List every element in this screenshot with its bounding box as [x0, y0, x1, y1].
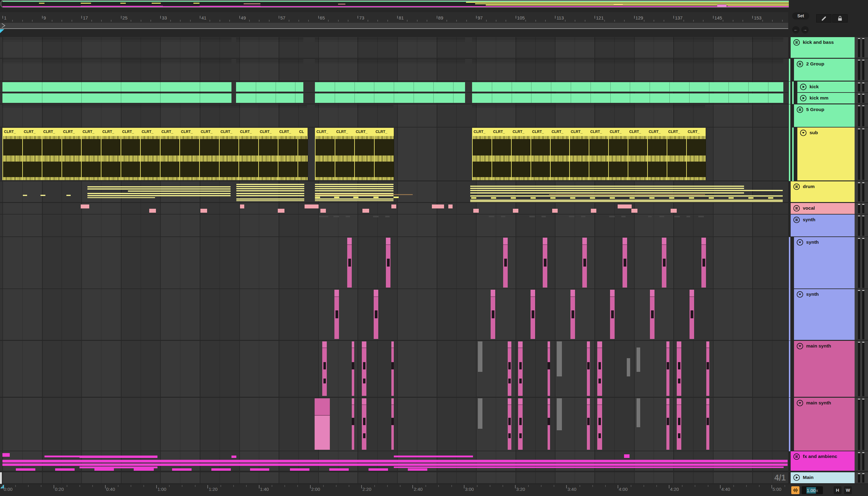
- insert-marker-icon[interactable]: [0, 29, 4, 33]
- audio-clip-green[interactable]: [472, 82, 783, 92]
- clip-vocal[interactable]: [200, 209, 207, 213]
- audio-clip-sub[interactable]: CLRT_: [569, 128, 589, 180]
- clip-vocal[interactable]: [432, 204, 444, 208]
- track-header-main-14[interactable]: Main: [791, 472, 855, 483]
- track-header-synth-9[interactable]: synth: [794, 237, 855, 289]
- unfold-track-icon[interactable]: [796, 291, 804, 298]
- clip-fx[interactable]: [290, 468, 310, 471]
- clip-fx[interactable]: [211, 468, 231, 471]
- midi-clip-drum[interactable]: [236, 200, 304, 201]
- midi-clip-drum[interactable]: [315, 194, 413, 195]
- clip-fx[interactable]: [408, 468, 427, 471]
- audio-clip-green[interactable]: [2, 93, 231, 103]
- next-locator-button[interactable]: →: [801, 26, 809, 33]
- lane-vocal-7[interactable]: [0, 203, 788, 214]
- lane-kick-2[interactable]: [0, 81, 788, 92]
- midi-clip-drum[interactable]: [748, 197, 753, 199]
- audio-clip-sub[interactable]: CLRT_: [315, 128, 335, 180]
- audio-clip-sub[interactable]: CLRT_: [2, 128, 23, 180]
- midi-clip-drum[interactable]: [470, 195, 783, 197]
- audio-clip-green[interactable]: [2, 82, 231, 92]
- midi-clip-drum[interactable]: [66, 195, 71, 196]
- lane-synth-10[interactable]: [0, 289, 788, 340]
- clip-fx[interactable]: [172, 468, 192, 471]
- clip-synth-bar[interactable]: [701, 238, 706, 288]
- clip-synth-bar[interactable]: [374, 290, 378, 339]
- audio-clip-sub[interactable]: CLRT_: [81, 128, 101, 180]
- clip-muted-gray[interactable]: [557, 341, 562, 376]
- clip-muted-gray[interactable]: [478, 341, 482, 372]
- clip-muted-gray[interactable]: [478, 398, 482, 429]
- lane-fx-and-ambienc-13[interactable]: [0, 451, 788, 471]
- lane-main-synth-12[interactable]: [0, 398, 788, 451]
- audio-clip-sub[interactable]: CLRT_: [589, 128, 609, 180]
- track-header-drum-6[interactable]: drum: [791, 181, 855, 202]
- group-fold-icon[interactable]: [793, 453, 800, 460]
- midi-clip-drum[interactable]: [570, 197, 575, 199]
- clip-synth-bar[interactable]: [386, 238, 390, 288]
- clip-vocal[interactable]: [448, 204, 452, 208]
- clip-main-synth-bar[interactable]: [508, 398, 511, 450]
- audio-clip-sub[interactable]: CLRT_: [22, 128, 42, 180]
- clip-synth-bar[interactable]: [623, 238, 627, 288]
- lane-synth-9[interactable]: [0, 237, 788, 289]
- audio-clip-sub[interactable]: CLRT_: [374, 128, 394, 180]
- midi-clip-drum[interactable]: [87, 195, 230, 196]
- draw-mode-button[interactable]: [816, 14, 832, 22]
- clip-vocal[interactable]: [513, 209, 518, 213]
- clip-main-synth-bar[interactable]: [587, 341, 590, 396]
- audio-clip-sub[interactable]: CLRT_: [530, 128, 550, 180]
- clip-main-synth-bar[interactable]: [597, 341, 602, 396]
- bar-ruler[interactable]: 1917253341495765738189971051131211291371…: [0, 12, 788, 23]
- midi-clip-drum[interactable]: [590, 197, 595, 199]
- midi-clip-drum[interactable]: [128, 190, 230, 192]
- clip-main-synth-bar[interactable]: [667, 398, 670, 450]
- clip-synth-bar[interactable]: [610, 290, 615, 339]
- clip-fx[interactable]: [369, 468, 388, 471]
- track-header-2-group-1[interactable]: 2 Group: [794, 59, 855, 81]
- midi-clip-drum[interactable]: [549, 194, 705, 195]
- group-fold-icon[interactable]: [793, 183, 800, 190]
- audio-clip-sub[interactable]: CLRT_: [550, 128, 570, 180]
- clip-main-synth-bar[interactable]: [677, 341, 681, 396]
- clip-synth-bar[interactable]: [570, 290, 575, 339]
- midi-clip-drum[interactable]: [315, 190, 393, 191]
- midi-clip-drum[interactable]: [689, 197, 694, 199]
- lane-2-group-1[interactable]: [0, 59, 788, 81]
- clip-synth-bar[interactable]: [347, 238, 352, 288]
- clip-muted-gray[interactable]: [557, 398, 562, 430]
- midi-clip-drum[interactable]: [470, 186, 744, 187]
- clip-fx[interactable]: [2, 460, 788, 463]
- track-header-kick-2[interactable]: kick: [797, 81, 855, 92]
- lane-sub-5[interactable]: CLRT_CLRT_CLRT_CLRT_CLRT_CLRT_CLRT_CLRT_…: [0, 127, 788, 181]
- audio-clip-sub[interactable]: CLRT_: [686, 128, 706, 180]
- midi-clip-drum[interactable]: [470, 201, 783, 202]
- clip-main-synth-bar[interactable]: [352, 398, 354, 450]
- loop-start-marker-icon[interactable]: [1, 23, 6, 28]
- lane-kick-mm-3[interactable]: [0, 93, 788, 104]
- clip-main-synth-bar[interactable]: [587, 398, 590, 450]
- lock-envelopes-button[interactable]: [832, 14, 848, 22]
- midi-clip-drum[interactable]: [709, 197, 714, 199]
- clip-main-synth-bar[interactable]: [362, 341, 366, 396]
- clip-fx[interactable]: [79, 455, 158, 458]
- clip-fx[interactable]: [394, 455, 473, 458]
- clip-fx[interactable]: [394, 466, 784, 468]
- unfold-track-icon[interactable]: [796, 239, 804, 246]
- clip-vocal[interactable]: [81, 204, 89, 208]
- midi-clip-drum[interactable]: [630, 197, 635, 199]
- midi-clip-drum[interactable]: [315, 195, 393, 196]
- midi-clip-drum[interactable]: [87, 186, 230, 187]
- track-header-main-synth-12[interactable]: main synth: [794, 398, 855, 451]
- clip-fx[interactable]: [250, 468, 269, 471]
- lane-drum-6[interactable]: [0, 181, 788, 202]
- clip-main-synth-bar[interactable]: [677, 398, 681, 450]
- clip-synth-bar[interactable]: [334, 290, 339, 339]
- clip-synth-bar[interactable]: [503, 238, 508, 288]
- audio-clip-sub[interactable]: CLRT_: [199, 128, 219, 180]
- audio-clip-sub[interactable]: CLRT_: [42, 128, 62, 180]
- overview-viewport-outline[interactable]: [1, 0, 813, 7]
- follow-button[interactable]: [791, 486, 799, 494]
- clip-vocal[interactable]: [628, 204, 632, 208]
- clip-fx[interactable]: [44, 455, 79, 458]
